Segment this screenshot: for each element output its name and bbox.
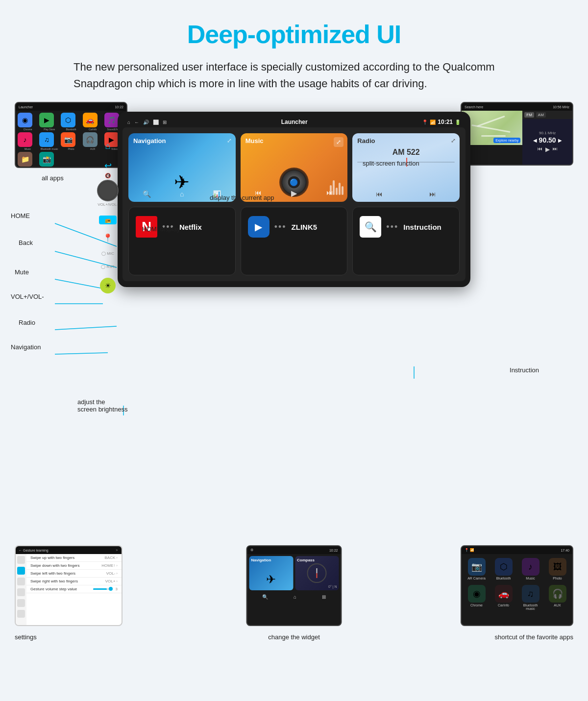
mute-knob-wrapper: 🔇 VOL+/VOL-	[97, 180, 119, 207]
brightness-btn[interactable]: ☀	[100, 278, 116, 293]
ss-app-bt: ⬡ Bluetooth	[61, 113, 81, 131]
settings-row-2: Swipe down with two fingers HOME↑ ›	[26, 562, 122, 570]
vol-status-icon: 🔊	[143, 120, 149, 125]
nav-expand-icon[interactable]: ⤢	[227, 137, 232, 144]
music-play-icon[interactable]: ▶	[291, 189, 297, 198]
radio-prev[interactable]: ⏮	[538, 146, 542, 153]
music-next-icon[interactable]: ⏭	[326, 189, 333, 198]
widget-home-icon[interactable]: ⌂	[294, 594, 296, 600]
music-card[interactable]: Music ⤢	[241, 133, 348, 202]
search-icon[interactable]: 🔍	[143, 190, 151, 198]
radio-play[interactable]: ▶	[545, 146, 550, 153]
map-side: Explore nearby	[462, 111, 522, 145]
zlink-logo: ▶	[248, 216, 270, 238]
radio-freq-display: 90.50	[539, 136, 556, 144]
fav-carinfo-icon: 🚗	[495, 585, 513, 603]
zlink-card[interactable]: ▶ ••• ZLINK5	[241, 207, 348, 275]
settings-row-4: Swipe right with two fingers VOL+ ›	[26, 578, 122, 585]
vol-label: VOL+/VOL-	[97, 202, 119, 207]
fm-am-tabs: FM AM	[522, 111, 572, 119]
mic-label: ◯ MIC	[101, 251, 114, 256]
settings-title: ← Gesture learning	[19, 549, 49, 552]
map-road-2	[471, 124, 510, 133]
svg-line-3	[55, 279, 100, 288]
row1-value: BACK ›	[105, 556, 118, 560]
fav-app-btmusic[interactable]: ♫ Bluetooth music	[517, 583, 543, 612]
navigation-card[interactable]: Navigation ⤢ ✈ 🔍 ⌂ 📊	[128, 133, 236, 202]
fav-aux-icon: 🎧	[549, 585, 566, 603]
slider-thumb[interactable]	[109, 587, 113, 591]
fav-app-carinfo[interactable]: 🚗 CarInfo	[490, 583, 516, 612]
music-icon: ♪	[18, 132, 32, 147]
fav-photo-icon: 🖼	[549, 558, 566, 576]
settings-icon-2	[17, 567, 25, 575]
zlink-label: ZLINK5	[292, 223, 318, 231]
settings-icon-6	[17, 610, 25, 618]
fav-app-bluetooth[interactable]: ⬡ Bluetooth	[490, 556, 516, 582]
settings-statusbar: ← Gesture learning ＞	[16, 546, 122, 554]
fav-app-music[interactable]: ♪ Music	[517, 556, 543, 582]
fav-app-photo[interactable]: 🖼 Photo	[544, 556, 570, 582]
widget-search-icon[interactable]: 🔍	[262, 594, 268, 600]
battery-icon: 🔋	[455, 120, 461, 125]
annotation-current-app: display the current app	[210, 194, 274, 201]
bluetooth-icon: ⬡	[61, 113, 75, 127]
compass-needle-icon	[317, 568, 318, 578]
mute-knob[interactable]	[97, 180, 119, 201]
freq-prev-icon[interactable]: ◀	[533, 138, 537, 143]
widget-grid: Navigation ✈ Compass 0° | N	[247, 554, 341, 592]
ss-app-btmusic: ♫ Bluetooth music	[39, 132, 59, 150]
radio-card-next[interactable]: ⏭	[429, 190, 436, 198]
svg-line-5	[55, 326, 117, 330]
ss-app-filemgr: 📁 FileManager	[18, 152, 38, 168]
home-nav-icon[interactable]: ⌂	[180, 190, 184, 198]
radio-card[interactable]: Radio ⤢ AM 522 ⏮ ⏭	[352, 133, 460, 202]
fav-btmusic-icon: ♫	[522, 585, 539, 603]
home-status-icon: ⌂	[127, 120, 130, 125]
netflix-card[interactable]: N ••• Netflix	[128, 207, 236, 275]
radio-side: FM AM 90.1 MHz ◀ 90.50 ▶ ⏮ ▶ ⏭	[522, 111, 572, 165]
map-road-3	[481, 135, 506, 137]
wifi-icon: 📶	[430, 120, 436, 125]
widget-apps-icon[interactable]: ⊞	[322, 594, 326, 600]
ss-app-title: Launcher	[19, 105, 33, 109]
fav-app-arcamera[interactable]: 📷 AR Camera	[464, 556, 490, 582]
back-icon[interactable]: ↩	[104, 160, 112, 171]
nav-icon[interactable]: 📍	[103, 233, 113, 242]
freq-next-icon[interactable]: ▶	[558, 138, 562, 143]
radio-card-prev[interactable]: ⏮	[376, 190, 383, 198]
widget-statusbar: ⚙ 10:22	[247, 546, 341, 554]
app-grid: Navigation ⤢ ✈ 🔍 ⌂ 📊 Music	[128, 133, 460, 275]
slider-track	[93, 588, 113, 590]
am-tab[interactable]: AM	[536, 112, 546, 118]
row2-label: Swipe down with two fingers	[30, 563, 80, 568]
ss-app-photo: 📷 Photo	[61, 132, 81, 150]
music-expand-icon[interactable]: ⤢	[334, 137, 343, 147]
annotation-mute: Mute	[15, 268, 29, 276]
page-wrapper: Deep-optimized UI The new personalized u…	[0, 0, 588, 641]
annotation-vol: VOL+/VOL-	[11, 293, 44, 300]
ss-app-camera: 📸 All Camera	[39, 152, 59, 168]
radio-button[interactable]: 📻	[99, 216, 117, 224]
radio-expand-icon[interactable]: ⤢	[451, 137, 456, 144]
arcamera-icon: 📷	[468, 558, 486, 576]
instruction-card[interactable]: 🔍 ••• Instruction	[352, 207, 460, 275]
annotation-back: Back	[19, 239, 33, 246]
fav-bluetooth-icon: ⬡	[495, 558, 513, 576]
window-status-icon: ⬜	[153, 120, 159, 125]
sound-icon: 🎵	[104, 113, 119, 127]
main-screen: Navigation ⤢ ✈ 🔍 ⌂ 📊 Music	[122, 127, 466, 281]
label-settings: settings	[15, 633, 37, 641]
fav-app-aux[interactable]: 🎧 AUX	[544, 583, 570, 612]
fav-app-chrome[interactable]: ◉ Chrome	[464, 583, 490, 612]
home-icon[interactable]: ⌂	[105, 141, 111, 151]
widget-nav-cell: Navigation ✈	[249, 556, 294, 590]
launcher-title: Launcher	[281, 119, 308, 125]
settings-row-5: Gesture volume step value 3	[26, 585, 122, 593]
row4-label: Swipe right with two fingers	[30, 579, 78, 583]
settings-icon-5	[17, 599, 25, 607]
radio-next[interactable]: ⏭	[553, 146, 558, 153]
fm-tab[interactable]: FM	[524, 112, 534, 118]
ss-app-carinfo: 🚗 CarInfo	[83, 113, 103, 131]
ss-app-play: ▶ Play Store	[39, 113, 59, 131]
